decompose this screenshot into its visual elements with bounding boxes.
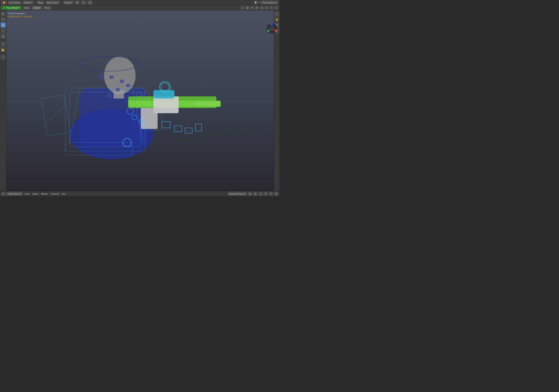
viewport-shading-4[interactable]: ◈: [255, 6, 259, 10]
transform-btn[interactable]: [87, 0, 93, 5]
dope-sheet-icon[interactable]: ⏱: [1, 192, 5, 196]
dope-extra-icon[interactable]: ≡: [269, 192, 273, 196]
svg-rect-26: [109, 75, 113, 79]
selected-object-info: (1384) rig.001 : hand_ik.L: [8, 15, 33, 18]
viewport-shading-3[interactable]: ●: [250, 6, 254, 10]
viewport-info: User Perspective (1384) rig.001 : hand_i…: [8, 12, 33, 18]
svg-point-39: [127, 108, 133, 114]
nearest-frame-dropdown[interactable]: Nearest Frame ▾: [228, 192, 247, 196]
pose-mode-btn[interactable]: Pose Mode ▾: [1, 6, 21, 10]
svg-rect-29: [116, 88, 120, 91]
svg-point-16: [104, 56, 136, 94]
viewport-rs-hand[interactable]: ✋: [274, 17, 280, 22]
sidebar-extra-icon[interactable]: ⌇: [0, 55, 6, 60]
svg-point-8: [4, 7, 5, 8]
svg-line-48: [132, 120, 137, 136]
viewport-shading-8[interactable]: ⬡: [274, 6, 278, 10]
svg-point-37: [160, 82, 170, 92]
svg-rect-33: [196, 102, 221, 105]
svg-text:X: X: [276, 30, 277, 31]
sidebar-measure-icon[interactable]: 📐: [0, 47, 6, 52]
svg-rect-45: [196, 124, 202, 131]
sidebar-cursor-icon[interactable]: ⊕: [0, 11, 6, 16]
svg-rect-28: [126, 84, 130, 87]
viewport-scene: [6, 10, 280, 191]
svg-rect-44: [185, 128, 192, 133]
scene-icon[interactable]: ⬢: [254, 0, 258, 5]
view-btn[interactable]: View: [22, 6, 31, 10]
global-dropdown[interactable]: Global ▾: [63, 0, 73, 5]
left-sidebar: ⊕ ✛ ↻ ⤢ ⊞ ✏ 📐 ⌇: [0, 10, 6, 191]
svg-line-20: [69, 88, 80, 142]
svg-rect-42: [162, 122, 170, 128]
blender-menu-btn[interactable]: ⊙: [1, 0, 7, 5]
dope-channel-btn[interactable]: Channel: [50, 192, 60, 195]
dope-view-btn[interactable]: View: [24, 192, 30, 195]
viewport-rs-gizmo[interactable]: ⊙: [274, 11, 280, 16]
svg-rect-31: [128, 96, 216, 108]
separator-2: [61, 1, 62, 4]
dope-type-dropdown[interactable]: Dope Sheet ▾: [6, 192, 23, 196]
sidebar-transform-icon[interactable]: ⊞: [0, 34, 6, 39]
sidebar-annotate-icon[interactable]: ✏: [0, 41, 6, 47]
viewport-shading-6[interactable]: ⬡: [265, 6, 269, 10]
svg-rect-22: [41, 95, 70, 136]
svg-line-49: [124, 113, 127, 143]
svg-point-46: [123, 139, 131, 147]
svg-rect-50: [65, 143, 132, 155]
svg-point-5: [83, 2, 84, 3]
mode-toolbar: Pose Mode ▾ View Select Pose ○ ◑ ● ◈ ⬡ ⬡…: [0, 5, 280, 10]
svg-line-23: [44, 105, 65, 126]
svg-rect-36: [153, 90, 174, 99]
viewport-shading-1[interactable]: ○: [241, 6, 244, 10]
omega-watermark: オメガ: [135, 90, 151, 111]
viewport-shading-2[interactable]: ◑: [245, 6, 249, 10]
axes-gizmo[interactable]: Z Y X: [266, 22, 278, 35]
sidebar-move-icon[interactable]: ✛: [0, 17, 6, 22]
svg-rect-61: [137, 92, 142, 97]
dope-sync-icon[interactable]: ⇄: [253, 192, 257, 196]
orientation-label: Orientation:: [8, 0, 21, 5]
svg-point-3: [77, 2, 78, 3]
top-toolbar: ⊙ Orientation: Default ▾ Drag: Select Bo…: [0, 0, 280, 5]
viewport[interactable]: User Perspective (1384) rig.001 : hand_i…: [6, 10, 280, 191]
dope-key-btn[interactable]: Key: [61, 192, 66, 195]
svg-rect-63: [137, 99, 142, 104]
mode-right-icons: ○ ◑ ● ◈ ⬡ ⬡ ⬡ ⬡: [241, 6, 278, 10]
svg-point-47: [80, 56, 139, 71]
dope-sheet-section: ⏱ Dope Sheet ▾ View Select Marker Channe…: [0, 191, 280, 196]
svg-rect-19: [69, 92, 141, 147]
svg-rect-35: [141, 108, 158, 129]
svg-line-21: [132, 88, 143, 142]
svg-text:Y: Y: [268, 30, 269, 31]
snap-btn[interactable]: [75, 0, 80, 5]
svg-text:Z: Z: [271, 23, 272, 25]
orientation-dropdown[interactable]: Default ▾: [23, 0, 33, 5]
sidebar-scale-icon[interactable]: ⤢: [0, 28, 6, 33]
drag-label: Drag:: [37, 0, 44, 5]
svg-rect-18: [65, 88, 145, 151]
sidebar-rotate-icon[interactable]: ↻: [0, 22, 6, 28]
dope-warning-icon[interactable]: ⚠: [259, 192, 262, 196]
svg-rect-15: [80, 88, 147, 147]
top-right-icons: ⬢ ✕ Pose Options ▾: [254, 0, 278, 5]
dope-marker-btn[interactable]: Marker: [40, 192, 49, 195]
dope-select-btn[interactable]: Select: [31, 192, 39, 195]
svg-rect-27: [120, 80, 124, 83]
viewport-shading-5[interactable]: ⬡: [260, 6, 264, 10]
drag-dropdown[interactable]: Select Box ▾: [46, 0, 60, 5]
pose-btn[interactable]: Pose: [43, 6, 52, 10]
dope-filter-icon[interactable]: ⊞: [248, 192, 252, 196]
pose-options-btn[interactable]: Pose Options ▾: [261, 0, 278, 5]
viewport-shading-7[interactable]: ⬡: [269, 6, 273, 10]
svg-rect-25: [99, 75, 103, 79]
svg-point-14: [69, 109, 153, 159]
dope-funnel-icon[interactable]: ▼: [264, 192, 268, 196]
proportional-btn[interactable]: [81, 0, 86, 5]
select-btn[interactable]: Select: [32, 6, 42, 10]
x-icon[interactable]: ✕: [259, 1, 260, 4]
svg-rect-64: [144, 99, 149, 104]
dope-expand-icon[interactable]: ⇅: [274, 192, 278, 196]
svg-point-38: [161, 83, 169, 91]
svg-text:⊙: ⊙: [3, 2, 5, 4]
